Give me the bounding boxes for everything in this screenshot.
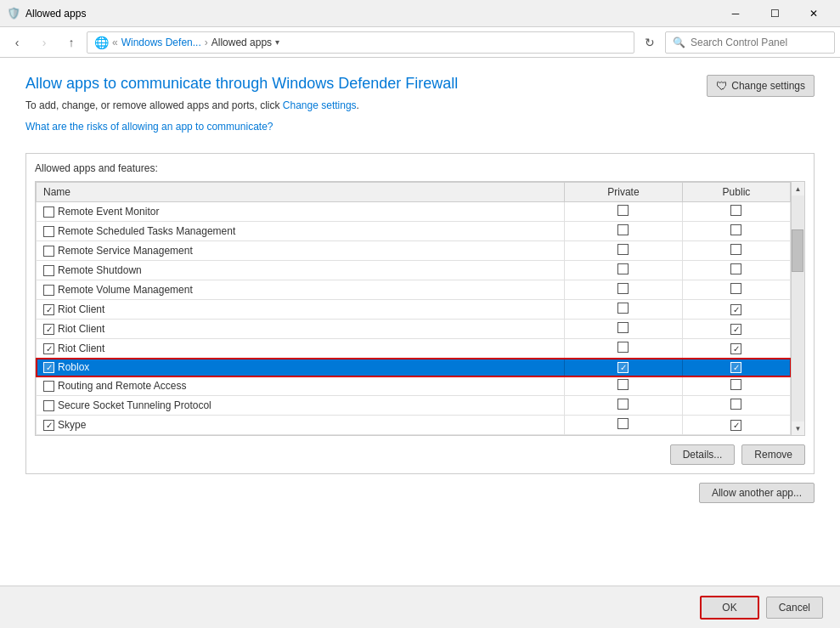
scroll-up-button[interactable]: ▲ [792, 182, 805, 195]
private-cell[interactable] [564, 241, 682, 261]
public-cell[interactable] [682, 359, 790, 376]
allow-another-button[interactable]: Allow another app... [699, 483, 815, 503]
private-cell[interactable] [564, 261, 682, 280]
public-cell[interactable] [682, 339, 790, 359]
private-checkbox[interactable] [617, 362, 629, 373]
private-cell[interactable] [564, 280, 682, 300]
table-row[interactable]: Remote Service Management [37, 241, 791, 261]
up-button[interactable]: ↑ [59, 31, 83, 54]
close-button[interactable]: ✕ [794, 0, 833, 27]
table-row[interactable]: Riot Client [37, 320, 791, 339]
forward-button[interactable]: › [32, 31, 56, 54]
private-checkbox[interactable] [617, 303, 629, 314]
private-checkbox[interactable] [617, 322, 629, 333]
private-checkbox[interactable] [617, 399, 629, 410]
private-checkbox[interactable] [617, 244, 629, 255]
minimize-button[interactable]: ─ [716, 0, 755, 27]
public-checkbox[interactable] [730, 362, 741, 373]
public-checkbox[interactable] [730, 420, 741, 431]
ok-button[interactable]: OK [700, 596, 758, 620]
app-checkbox[interactable] [43, 207, 54, 218]
table-row[interactable]: Riot Client [37, 300, 791, 320]
app-checkbox[interactable] [43, 420, 54, 431]
app-checkbox[interactable] [43, 343, 54, 354]
public-cell[interactable] [682, 261, 790, 280]
app-checkbox[interactable] [43, 304, 54, 315]
private-cell[interactable] [564, 416, 682, 435]
private-checkbox[interactable] [617, 342, 629, 353]
private-cell[interactable] [564, 339, 682, 359]
private-checkbox[interactable] [617, 263, 629, 274]
private-cell[interactable] [564, 300, 682, 320]
cancel-button[interactable]: Cancel [766, 597, 823, 619]
scrollbar[interactable]: ▲ ▼ [792, 181, 805, 436]
table-row[interactable]: Roblox [37, 359, 791, 376]
table-row[interactable]: Riot Client [37, 339, 791, 359]
public-checkbox[interactable] [730, 399, 741, 410]
private-cell[interactable] [564, 359, 682, 376]
public-cell[interactable] [682, 280, 790, 300]
private-cell[interactable] [564, 376, 682, 396]
private-checkbox[interactable] [617, 205, 629, 216]
public-cell[interactable] [682, 416, 790, 435]
private-cell[interactable] [564, 222, 682, 241]
app-name: Remote Scheduled Tasks Management [58, 225, 235, 237]
search-box[interactable]: 🔍 [665, 31, 835, 54]
public-checkbox[interactable] [730, 379, 741, 390]
maximize-button[interactable]: ☐ [755, 0, 794, 27]
private-checkbox[interactable] [617, 224, 629, 235]
scroll-track[interactable] [792, 195, 804, 421]
public-cell[interactable] [682, 241, 790, 261]
table-row[interactable]: Secure Socket Tunneling Protocol [37, 396, 791, 416]
change-settings-button[interactable]: 🛡 Change settings [707, 75, 815, 97]
private-checkbox[interactable] [617, 283, 629, 294]
table-label: Allowed apps and features: [35, 162, 805, 174]
private-cell[interactable] [564, 320, 682, 339]
scroll-down-button[interactable]: ▼ [792, 421, 805, 435]
remove-button[interactable]: Remove [741, 444, 805, 465]
private-cell[interactable] [564, 396, 682, 416]
public-cell[interactable] [682, 300, 790, 320]
back-button[interactable]: ‹ [5, 31, 29, 54]
app-checkbox[interactable] [43, 324, 54, 335]
public-checkbox[interactable] [730, 205, 741, 216]
private-cell[interactable] [564, 202, 682, 222]
app-checkbox[interactable] [43, 285, 54, 296]
search-input[interactable] [691, 37, 827, 48]
app-checkbox[interactable] [43, 362, 54, 373]
table-row[interactable]: Remote Shutdown [37, 261, 791, 280]
path-chevron-icon[interactable]: ▾ [275, 37, 279, 47]
change-settings-link[interactable]: Change settings [283, 99, 357, 111]
private-checkbox[interactable] [617, 379, 629, 390]
public-checkbox[interactable] [730, 263, 741, 274]
public-cell[interactable] [682, 376, 790, 396]
path-parent[interactable]: Windows Defen... [121, 37, 201, 48]
public-cell[interactable] [682, 222, 790, 241]
table-row[interactable]: Skype [37, 416, 791, 435]
risks-link[interactable]: What are the risks of allowing an app to… [25, 121, 273, 133]
app-checkbox[interactable] [43, 381, 54, 392]
public-checkbox[interactable] [730, 343, 741, 354]
app-checkbox[interactable] [43, 265, 54, 276]
public-cell[interactable] [682, 396, 790, 416]
table-row[interactable]: Remote Scheduled Tasks Management [37, 222, 791, 241]
app-checkbox[interactable] [43, 226, 54, 237]
path-separator: › [205, 37, 208, 48]
private-checkbox[interactable] [617, 418, 629, 429]
public-cell[interactable] [682, 202, 790, 222]
app-checkbox[interactable] [43, 246, 54, 257]
public-checkbox[interactable] [730, 244, 741, 255]
public-checkbox[interactable] [730, 224, 741, 235]
details-button[interactable]: Details... [670, 444, 736, 465]
public-checkbox[interactable] [730, 324, 741, 335]
table-row[interactable]: Routing and Remote Access [37, 376, 791, 396]
refresh-button[interactable]: ↻ [638, 31, 662, 54]
public-checkbox[interactable] [730, 304, 741, 315]
table-row[interactable]: Remote Event Monitor [37, 202, 791, 222]
table-row[interactable]: Remote Volume Management [37, 280, 791, 300]
public-cell[interactable] [682, 320, 790, 339]
address-path[interactable]: 🌐 « Windows Defen... › Allowed apps ▾ [87, 31, 634, 54]
public-checkbox[interactable] [730, 283, 741, 294]
app-checkbox[interactable] [43, 400, 54, 411]
scroll-thumb[interactable] [792, 229, 803, 272]
